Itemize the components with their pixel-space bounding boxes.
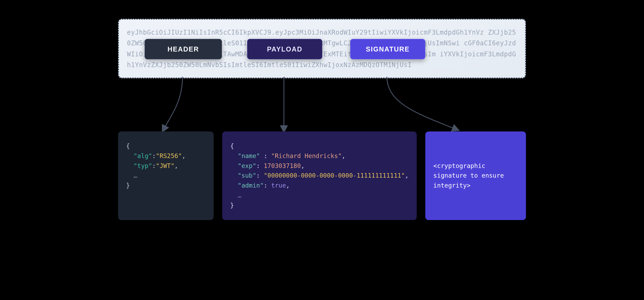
payload-exp-val: 1703037180	[264, 162, 301, 169]
payload-ellipsis: …	[238, 192, 241, 199]
payload-sub-key: "sub"	[238, 172, 256, 179]
header-typ-key: "typ"	[134, 162, 152, 169]
payload-sub-val: "00000000-0000-0000-0000-111111111111"	[264, 172, 405, 179]
jwt-line-1: eyJhbGciOiJIUzI1NiIsInR5cCI6IkpXVCJ9.eyJ…	[127, 29, 484, 36]
payload-exp-key: "exp"	[238, 162, 256, 169]
jwt-token-text: eyJhbGciOiJIUzI1NiIsInR5cCI6IkpXVCJ9.eyJ…	[127, 27, 517, 70]
signature-panel: <cryptographic signature to ensure integ…	[425, 131, 526, 220]
payload-admin-val: true	[271, 182, 286, 189]
header-typ-val: "JWT"	[156, 162, 174, 169]
payload-panel: { "name" : "Richard Hendricks", "exp": 1…	[222, 131, 417, 220]
header-panel: { "alg":"RS256", "typ":"JWT", … }	[118, 131, 214, 220]
connector-arrows	[118, 77, 526, 133]
jwt-token-box: eyJhbGciOiJIUzI1NiIsInR5cCI6IkpXVCJ9.eyJ…	[118, 19, 526, 78]
payload-name-key: "name"	[238, 152, 260, 159]
header-ellipsis: …	[134, 172, 137, 179]
header-alg-val: "RS256"	[156, 152, 182, 159]
signature-text: <cryptographic signature to ensure integ…	[433, 161, 518, 191]
payload-admin-key: "admin"	[238, 182, 264, 189]
header-alg-key: "alg"	[134, 152, 152, 159]
payload-name-val: "Richard Hendricks"	[271, 152, 342, 159]
